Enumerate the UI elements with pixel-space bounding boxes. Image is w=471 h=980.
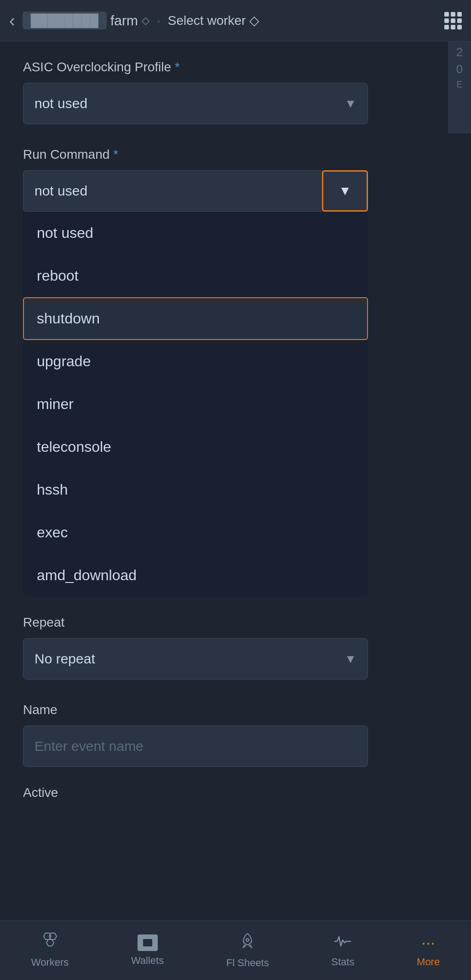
bottom-nav: Workers Wallets Fl Sheets — [0, 920, 471, 980]
run-command-section: Run Command * not used ▼ not used reboot… — [23, 147, 419, 597]
asic-section-label: ASIC Overclocking Profile * — [23, 60, 419, 75]
svg-marker-1 — [49, 933, 57, 940]
workers-icon — [41, 932, 59, 953]
active-label: Active — [23, 785, 419, 800]
dot-separator: · — [157, 13, 161, 28]
event-name-placeholder: Enter event name — [34, 738, 144, 754]
run-command-dropdown[interactable]: not used ▼ — [23, 170, 368, 212]
run-command-option-teleconsole[interactable]: teleconsole — [23, 426, 368, 468]
more-icon: ··· — [421, 933, 435, 952]
asic-section: ASIC Overclocking Profile * not used ▼ — [23, 60, 419, 124]
asic-dropdown-arrow-icon: ▼ — [345, 97, 356, 111]
apps-grid-icon[interactable] — [444, 12, 462, 29]
fi-sheets-icon — [239, 932, 256, 953]
run-command-option-shutdown[interactable]: shutdown — [23, 297, 368, 340]
stats-label: Stats — [331, 956, 354, 968]
side-letter-e: E — [456, 79, 462, 90]
fi-sheets-label: Fl Sheets — [226, 957, 269, 969]
wallets-icon — [138, 934, 158, 951]
name-section: Name Enter event name — [23, 703, 419, 767]
run-command-required-star: * — [113, 147, 118, 162]
run-command-option-not-used[interactable]: not used — [23, 212, 368, 254]
side-panel: 2 0 E — [448, 41, 471, 133]
nav-item-stats[interactable]: Stats — [331, 933, 354, 968]
nav-item-workers[interactable]: Workers — [31, 932, 69, 968]
main-content: ASIC Overclocking Profile * not used ▼ R… — [0, 41, 442, 819]
run-command-label-text: Run Command — [23, 147, 109, 162]
nav-item-wallets[interactable]: Wallets — [131, 934, 164, 967]
wallets-label: Wallets — [131, 955, 164, 967]
repeat-section: Repeat No repeat ▼ — [23, 615, 419, 680]
side-number-0: 0 — [456, 62, 463, 76]
asic-required-star: * — [175, 60, 180, 75]
repeat-label-text: Repeat — [23, 615, 64, 630]
asic-label-text: ASIC Overclocking Profile — [23, 60, 171, 75]
run-command-option-amd-download[interactable]: amd_download — [23, 554, 368, 597]
active-section: Active — [23, 785, 419, 800]
svg-marker-2 — [46, 940, 54, 946]
run-command-label: Run Command * — [23, 147, 419, 162]
repeat-selected-value: No repeat — [34, 651, 95, 667]
farm-name: ████████ — [23, 12, 107, 29]
nav-item-fi-sheets[interactable]: Fl Sheets — [226, 932, 269, 969]
more-label: More — [417, 956, 440, 968]
event-name-input[interactable]: Enter event name — [23, 726, 368, 767]
run-command-selected-value: not used — [23, 170, 322, 212]
repeat-dropdown-arrow-icon: ▼ — [345, 652, 356, 666]
select-worker-label: Select worker — [168, 13, 246, 28]
run-command-option-upgrade[interactable]: upgrade — [23, 340, 368, 383]
run-command-option-reboot[interactable]: reboot — [23, 254, 368, 297]
svg-point-3 — [246, 939, 249, 941]
repeat-dropdown[interactable]: No repeat ▼ — [23, 638, 368, 680]
farm-caret-icon: ◇ — [142, 15, 149, 27]
back-button[interactable]: ‹ — [9, 12, 15, 29]
repeat-label: Repeat — [23, 615, 419, 630]
run-command-dropdown-arrow-icon[interactable]: ▼ — [322, 170, 368, 212]
stats-icon — [333, 933, 352, 952]
top-bar: ‹ ████████ farm ◇ · Select worker ◇ — [0, 0, 471, 41]
worker-caret-icon: ◇ — [249, 13, 259, 28]
farm-text: farm — [110, 13, 138, 29]
run-command-option-hssh[interactable]: hssh — [23, 468, 368, 511]
asic-selected-value: not used — [34, 96, 87, 111]
asic-dropdown[interactable]: not used ▼ — [23, 83, 368, 124]
run-command-option-exec[interactable]: exec — [23, 511, 368, 554]
name-label: Name — [23, 703, 419, 717]
worker-selector[interactable]: Select worker ◇ — [168, 13, 260, 28]
svg-marker-0 — [44, 933, 51, 940]
side-number-2: 2 — [456, 45, 463, 59]
nav-item-more[interactable]: ··· More — [417, 933, 440, 968]
run-command-dropdown-menu: not used reboot shutdown upgrade miner t… — [23, 212, 368, 597]
name-label-text: Name — [23, 703, 57, 717]
workers-label: Workers — [31, 957, 69, 968]
farm-selector[interactable]: ████████ farm ◇ — [23, 12, 149, 29]
run-command-option-miner[interactable]: miner — [23, 383, 368, 426]
